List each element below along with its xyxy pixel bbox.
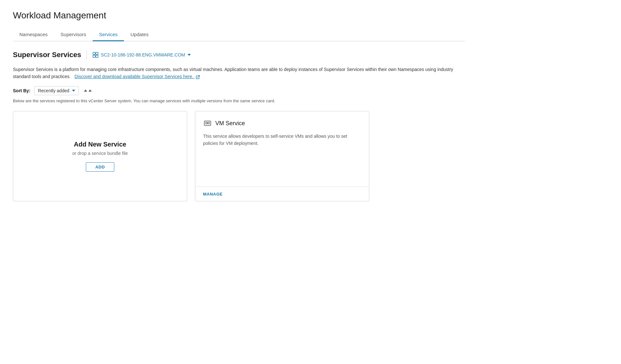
tab-services[interactable]: Services	[93, 28, 124, 41]
manage-button[interactable]: MANAGE	[203, 192, 223, 197]
description-text: Supervisor Services is a platform for ma…	[13, 66, 465, 80]
vm-service-card: VM Service This service allows developer…	[195, 111, 369, 201]
vm-service-icon	[203, 119, 212, 128]
supervisor-selector[interactable]: SC2-10-186-192-88.ENG.VMWARE.COM	[92, 51, 191, 58]
external-link-icon	[196, 75, 200, 79]
add-service-card: Add New Service or drop a service bundle…	[13, 111, 187, 201]
sort-arrows	[84, 89, 92, 92]
tab-updates[interactable]: Updates	[124, 28, 155, 41]
vm-service-card-footer: MANAGE	[195, 187, 369, 201]
add-service-subtitle: or drop a service bundle file	[72, 151, 128, 156]
add-service-button[interactable]: ADD	[86, 162, 114, 172]
vm-service-name-row: VM Service	[203, 119, 361, 128]
below-text: Below are the services registered to thi…	[13, 98, 465, 103]
chevron-down-icon	[188, 54, 191, 56]
vm-service-card-body: VM Service This service allows developer…	[195, 111, 369, 187]
svg-rect-2	[93, 55, 95, 57]
supervisor-icon	[92, 51, 99, 58]
sort-arrow-up-2[interactable]	[88, 89, 92, 92]
sort-arrow-up-1[interactable]	[84, 89, 87, 92]
sort-chevron-icon	[72, 90, 75, 92]
sort-dropdown[interactable]: Recently added	[34, 86, 78, 95]
header-divider	[87, 50, 87, 59]
sort-row: Sort By: Recently added	[13, 86, 465, 95]
page-title: Workload Management	[13, 10, 465, 21]
svg-rect-6	[208, 122, 209, 124]
add-service-title: Add New Service	[74, 141, 126, 148]
svg-rect-4	[204, 121, 211, 126]
cards-row: Add New Service or drop a service bundle…	[13, 111, 465, 201]
svg-rect-0	[93, 52, 95, 55]
vm-service-name: VM Service	[215, 120, 245, 127]
tab-namespaces[interactable]: Namespaces	[13, 28, 54, 41]
discover-link[interactable]: Discover and download available Supervis…	[75, 74, 200, 79]
supervisor-name: SC2-10-186-192-88.ENG.VMWARE.COM	[101, 52, 185, 57]
svg-rect-1	[96, 52, 98, 55]
section-title: Supervisor Services	[13, 51, 81, 59]
sort-value: Recently added	[38, 88, 69, 93]
vm-service-description: This service allows developers to self-s…	[203, 133, 361, 147]
section-header: Supervisor Services SC2-10-186-192-88.EN…	[13, 50, 465, 59]
svg-rect-5	[206, 122, 207, 124]
sort-label: Sort By:	[13, 88, 30, 93]
tab-bar: Namespaces Supervisors Services Updates	[13, 28, 465, 41]
svg-rect-3	[96, 55, 98, 57]
tab-supervisors[interactable]: Supervisors	[54, 28, 93, 41]
